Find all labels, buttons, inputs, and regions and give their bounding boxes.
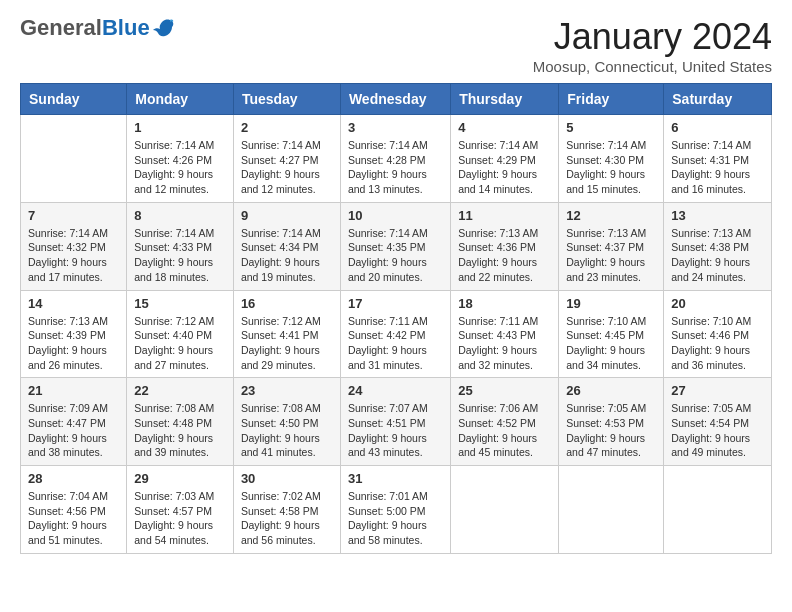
weekday-header-sunday: Sunday bbox=[21, 84, 127, 115]
day-number: 21 bbox=[28, 383, 119, 398]
calendar-cell: 30Sunrise: 7:02 AMSunset: 4:58 PMDayligh… bbox=[233, 466, 340, 554]
cell-sun-info: Sunrise: 7:14 AMSunset: 4:30 PMDaylight:… bbox=[566, 138, 656, 197]
cell-sun-info: Sunrise: 7:03 AMSunset: 4:57 PMDaylight:… bbox=[134, 489, 226, 548]
calendar-cell: 25Sunrise: 7:06 AMSunset: 4:52 PMDayligh… bbox=[451, 378, 559, 466]
calendar-cell: 3Sunrise: 7:14 AMSunset: 4:28 PMDaylight… bbox=[340, 115, 450, 203]
day-number: 3 bbox=[348, 120, 443, 135]
logo-bird-icon bbox=[152, 18, 174, 38]
cell-sun-info: Sunrise: 7:13 AMSunset: 4:39 PMDaylight:… bbox=[28, 314, 119, 373]
cell-sun-info: Sunrise: 7:04 AMSunset: 4:56 PMDaylight:… bbox=[28, 489, 119, 548]
day-number: 11 bbox=[458, 208, 551, 223]
title-area: January 2024 Moosup, Connecticut, United… bbox=[533, 16, 772, 75]
cell-sun-info: Sunrise: 7:14 AMSunset: 4:29 PMDaylight:… bbox=[458, 138, 551, 197]
calendar-cell: 7Sunrise: 7:14 AMSunset: 4:32 PMDaylight… bbox=[21, 202, 127, 290]
cell-sun-info: Sunrise: 7:12 AMSunset: 4:41 PMDaylight:… bbox=[241, 314, 333, 373]
day-number: 8 bbox=[134, 208, 226, 223]
calendar-cell: 5Sunrise: 7:14 AMSunset: 4:30 PMDaylight… bbox=[559, 115, 664, 203]
week-row-2: 7Sunrise: 7:14 AMSunset: 4:32 PMDaylight… bbox=[21, 202, 772, 290]
logo-blue-text: Blue bbox=[102, 15, 150, 40]
calendar-cell: 20Sunrise: 7:10 AMSunset: 4:46 PMDayligh… bbox=[664, 290, 772, 378]
cell-sun-info: Sunrise: 7:14 AMSunset: 4:27 PMDaylight:… bbox=[241, 138, 333, 197]
cell-sun-info: Sunrise: 7:12 AMSunset: 4:40 PMDaylight:… bbox=[134, 314, 226, 373]
day-number: 1 bbox=[134, 120, 226, 135]
calendar-cell bbox=[451, 466, 559, 554]
cell-sun-info: Sunrise: 7:13 AMSunset: 4:36 PMDaylight:… bbox=[458, 226, 551, 285]
calendar-cell: 18Sunrise: 7:11 AMSunset: 4:43 PMDayligh… bbox=[451, 290, 559, 378]
day-number: 28 bbox=[28, 471, 119, 486]
cell-sun-info: Sunrise: 7:13 AMSunset: 4:38 PMDaylight:… bbox=[671, 226, 764, 285]
calendar-cell: 6Sunrise: 7:14 AMSunset: 4:31 PMDaylight… bbox=[664, 115, 772, 203]
cell-sun-info: Sunrise: 7:10 AMSunset: 4:46 PMDaylight:… bbox=[671, 314, 764, 373]
weekday-header-saturday: Saturday bbox=[664, 84, 772, 115]
day-number: 7 bbox=[28, 208, 119, 223]
day-number: 24 bbox=[348, 383, 443, 398]
calendar-cell: 8Sunrise: 7:14 AMSunset: 4:33 PMDaylight… bbox=[127, 202, 234, 290]
day-number: 17 bbox=[348, 296, 443, 311]
calendar-cell bbox=[21, 115, 127, 203]
header: GeneralBlue January 2024 Moosup, Connect… bbox=[20, 16, 772, 75]
day-number: 29 bbox=[134, 471, 226, 486]
week-row-1: 1Sunrise: 7:14 AMSunset: 4:26 PMDaylight… bbox=[21, 115, 772, 203]
day-number: 13 bbox=[671, 208, 764, 223]
day-number: 30 bbox=[241, 471, 333, 486]
calendar-cell: 21Sunrise: 7:09 AMSunset: 4:47 PMDayligh… bbox=[21, 378, 127, 466]
cell-sun-info: Sunrise: 7:14 AMSunset: 4:26 PMDaylight:… bbox=[134, 138, 226, 197]
calendar-cell: 31Sunrise: 7:01 AMSunset: 5:00 PMDayligh… bbox=[340, 466, 450, 554]
calendar-cell: 10Sunrise: 7:14 AMSunset: 4:35 PMDayligh… bbox=[340, 202, 450, 290]
week-row-5: 28Sunrise: 7:04 AMSunset: 4:56 PMDayligh… bbox=[21, 466, 772, 554]
calendar-cell: 14Sunrise: 7:13 AMSunset: 4:39 PMDayligh… bbox=[21, 290, 127, 378]
calendar-cell: 12Sunrise: 7:13 AMSunset: 4:37 PMDayligh… bbox=[559, 202, 664, 290]
day-number: 10 bbox=[348, 208, 443, 223]
calendar-cell: 24Sunrise: 7:07 AMSunset: 4:51 PMDayligh… bbox=[340, 378, 450, 466]
cell-sun-info: Sunrise: 7:14 AMSunset: 4:34 PMDaylight:… bbox=[241, 226, 333, 285]
day-number: 4 bbox=[458, 120, 551, 135]
weekday-header-row: SundayMondayTuesdayWednesdayThursdayFrid… bbox=[21, 84, 772, 115]
day-number: 19 bbox=[566, 296, 656, 311]
calendar-cell: 22Sunrise: 7:08 AMSunset: 4:48 PMDayligh… bbox=[127, 378, 234, 466]
cell-sun-info: Sunrise: 7:09 AMSunset: 4:47 PMDaylight:… bbox=[28, 401, 119, 460]
week-row-4: 21Sunrise: 7:09 AMSunset: 4:47 PMDayligh… bbox=[21, 378, 772, 466]
calendar-cell: 29Sunrise: 7:03 AMSunset: 4:57 PMDayligh… bbox=[127, 466, 234, 554]
calendar-cell: 19Sunrise: 7:10 AMSunset: 4:45 PMDayligh… bbox=[559, 290, 664, 378]
calendar-cell: 13Sunrise: 7:13 AMSunset: 4:38 PMDayligh… bbox=[664, 202, 772, 290]
weekday-header-tuesday: Tuesday bbox=[233, 84, 340, 115]
cell-sun-info: Sunrise: 7:01 AMSunset: 5:00 PMDaylight:… bbox=[348, 489, 443, 548]
cell-sun-info: Sunrise: 7:08 AMSunset: 4:50 PMDaylight:… bbox=[241, 401, 333, 460]
cell-sun-info: Sunrise: 7:07 AMSunset: 4:51 PMDaylight:… bbox=[348, 401, 443, 460]
day-number: 27 bbox=[671, 383, 764, 398]
cell-sun-info: Sunrise: 7:11 AMSunset: 4:43 PMDaylight:… bbox=[458, 314, 551, 373]
calendar-cell: 15Sunrise: 7:12 AMSunset: 4:40 PMDayligh… bbox=[127, 290, 234, 378]
calendar-cell: 27Sunrise: 7:05 AMSunset: 4:54 PMDayligh… bbox=[664, 378, 772, 466]
cell-sun-info: Sunrise: 7:11 AMSunset: 4:42 PMDaylight:… bbox=[348, 314, 443, 373]
cell-sun-info: Sunrise: 7:13 AMSunset: 4:37 PMDaylight:… bbox=[566, 226, 656, 285]
day-number: 26 bbox=[566, 383, 656, 398]
week-row-3: 14Sunrise: 7:13 AMSunset: 4:39 PMDayligh… bbox=[21, 290, 772, 378]
weekday-header-friday: Friday bbox=[559, 84, 664, 115]
calendar-cell: 26Sunrise: 7:05 AMSunset: 4:53 PMDayligh… bbox=[559, 378, 664, 466]
day-number: 20 bbox=[671, 296, 764, 311]
cell-sun-info: Sunrise: 7:06 AMSunset: 4:52 PMDaylight:… bbox=[458, 401, 551, 460]
day-number: 23 bbox=[241, 383, 333, 398]
calendar-cell: 4Sunrise: 7:14 AMSunset: 4:29 PMDaylight… bbox=[451, 115, 559, 203]
calendar-cell: 17Sunrise: 7:11 AMSunset: 4:42 PMDayligh… bbox=[340, 290, 450, 378]
cell-sun-info: Sunrise: 7:05 AMSunset: 4:53 PMDaylight:… bbox=[566, 401, 656, 460]
logo: GeneralBlue bbox=[20, 16, 174, 40]
calendar-cell: 11Sunrise: 7:13 AMSunset: 4:36 PMDayligh… bbox=[451, 202, 559, 290]
calendar-cell bbox=[559, 466, 664, 554]
day-number: 2 bbox=[241, 120, 333, 135]
day-number: 22 bbox=[134, 383, 226, 398]
cell-sun-info: Sunrise: 7:14 AMSunset: 4:35 PMDaylight:… bbox=[348, 226, 443, 285]
cell-sun-info: Sunrise: 7:14 AMSunset: 4:33 PMDaylight:… bbox=[134, 226, 226, 285]
calendar-cell: 23Sunrise: 7:08 AMSunset: 4:50 PMDayligh… bbox=[233, 378, 340, 466]
weekday-header-wednesday: Wednesday bbox=[340, 84, 450, 115]
calendar-cell: 28Sunrise: 7:04 AMSunset: 4:56 PMDayligh… bbox=[21, 466, 127, 554]
cell-sun-info: Sunrise: 7:14 AMSunset: 4:28 PMDaylight:… bbox=[348, 138, 443, 197]
day-number: 14 bbox=[28, 296, 119, 311]
location: Moosup, Connecticut, United States bbox=[533, 58, 772, 75]
calendar-cell bbox=[664, 466, 772, 554]
calendar-table: SundayMondayTuesdayWednesdayThursdayFrid… bbox=[20, 83, 772, 554]
day-number: 16 bbox=[241, 296, 333, 311]
cell-sun-info: Sunrise: 7:02 AMSunset: 4:58 PMDaylight:… bbox=[241, 489, 333, 548]
day-number: 9 bbox=[241, 208, 333, 223]
logo-general-text: General bbox=[20, 15, 102, 40]
